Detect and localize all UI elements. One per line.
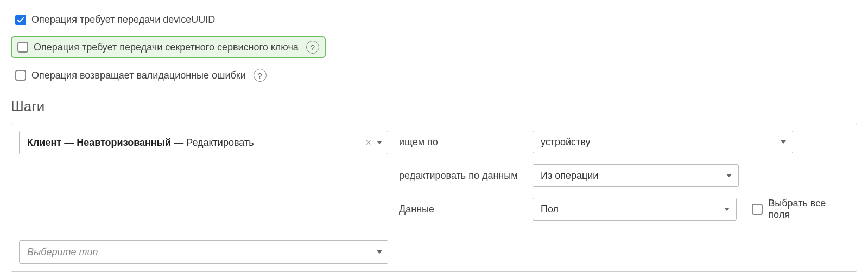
dropdown-edit-by[interactable]: Из операции	[533, 164, 739, 187]
help-icon[interactable]: ?	[254, 69, 267, 82]
dropdown-value-data: Пол	[541, 204, 559, 215]
chevron-down-icon	[781, 140, 786, 144]
chevron-down-icon	[724, 208, 730, 211]
checkbox-secret-key[interactable]	[17, 42, 28, 53]
step-type-value: Клиент — Неавторизованный — Редактироват…	[27, 137, 254, 148]
checkbox-label-validation-errors: Операция возвращает валидационные ошибки	[31, 70, 246, 81]
check-icon	[17, 16, 24, 24]
checkbox-row-validation-errors: Операция возвращает валидационные ошибки…	[11, 66, 857, 85]
chevron-down-icon[interactable]	[377, 141, 382, 144]
checkbox-row-secret-key: Операция требует передачи секретного сер…	[11, 36, 326, 58]
checkbox-label-device-uuid: Операция требует передачи deviceUUID	[31, 14, 215, 25]
checkbox-device-uuid[interactable]	[15, 15, 26, 25]
field-label-search-by: ищем по	[399, 137, 524, 148]
checkbox-label-select-all: Выбрать все поля	[768, 198, 849, 221]
dropdown-value-search-by: устройству	[541, 137, 591, 148]
select-all-wrapper: Выбрать все поля	[752, 198, 849, 221]
steps-container: Клиент — Неавторизованный — Редактироват…	[11, 124, 857, 272]
field-label-data: Данные	[399, 204, 524, 215]
field-row-data: Данные Пол Выбрать все поля	[399, 198, 849, 221]
chevron-down-icon[interactable]	[377, 250, 382, 254]
checkbox-validation-errors[interactable]	[15, 70, 26, 81]
checkbox-row-device-uuid: Операция требует передачи deviceUUID	[11, 11, 857, 29]
dropdown-value-edit-by: Из операции	[541, 170, 598, 182]
clear-icon[interactable]: ×	[365, 138, 371, 147]
add-step-controls	[375, 250, 382, 254]
add-step-placeholder: Выберите тип	[27, 247, 98, 258]
field-row-search-by: ищем по устройству	[399, 131, 849, 153]
section-title-steps: Шаги	[11, 98, 857, 115]
checkbox-select-all[interactable]	[752, 204, 763, 215]
help-icon[interactable]: ?	[306, 41, 319, 54]
step-select-controls: ×	[365, 138, 382, 147]
add-step-type-select[interactable]: Выберите тип	[19, 240, 388, 264]
field-label-edit-by: редактировать по данным	[399, 170, 524, 182]
checkbox-label-secret-key: Операция требует передачи секретного сер…	[34, 42, 299, 53]
dropdown-data[interactable]: Пол	[533, 198, 737, 221]
dropdown-search-by[interactable]: устройству	[533, 131, 793, 153]
step-type-select[interactable]: Клиент — Неавторизованный — Редактироват…	[19, 131, 388, 154]
chevron-down-icon	[726, 174, 732, 177]
field-row-edit-by: редактировать по данным Из операции	[399, 164, 849, 187]
